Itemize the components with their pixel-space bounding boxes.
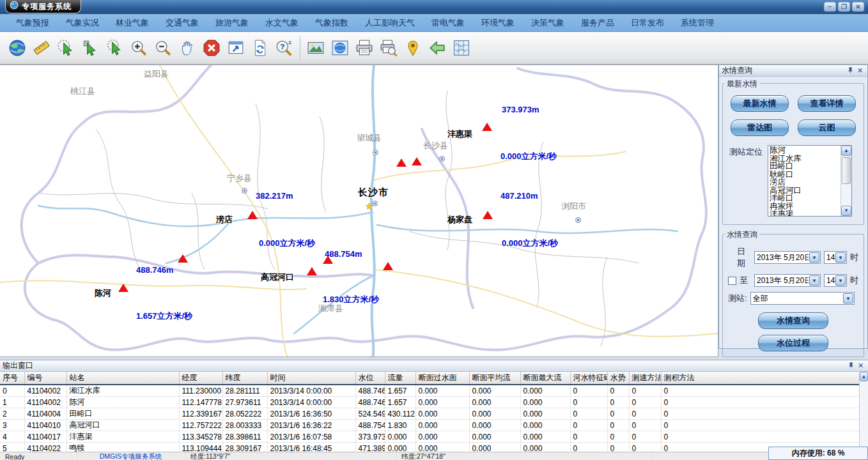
to-checkbox[interactable] — [728, 277, 736, 285]
latest-water-button-3[interactable]: 雷达图 — [731, 119, 789, 136]
pan-hand-icon[interactable] — [175, 35, 199, 61]
select-box-icon[interactable] — [78, 35, 102, 61]
station-marker-icon[interactable] — [482, 123, 492, 131]
menu-item-11[interactable]: 决策气象 — [523, 15, 573, 31]
date-to-combo[interactable]: 2013年 5月20日 ▼ — [754, 274, 821, 287]
table-header-cell[interactable]: 断面平均流 — [469, 372, 520, 385]
station-marker-icon[interactable] — [383, 262, 393, 270]
chevron-down-icon[interactable]: ▼ — [843, 293, 853, 303]
scroll-down-icon[interactable]: ▼ — [841, 206, 851, 216]
station-list-item[interactable]: 陈河 — [770, 146, 839, 155]
close-button[interactable]: ✕ — [852, 2, 864, 12]
table-header-cell[interactable]: 断面过水面 — [415, 372, 469, 385]
station-marker-icon[interactable] — [247, 211, 258, 219]
table-row[interactable]: 041104002湘江水库111.23000028.2811112013/3/1… — [0, 385, 860, 397]
table-header-cell[interactable]: 流量 — [385, 372, 415, 385]
scroll-up-icon[interactable]: ▲ — [860, 372, 868, 381]
station-listbox[interactable]: 陈河湘江水库田峪口耿峪口涝店高冠河口沣峪口冉家坪沣惠渠 ▲ ▼ — [768, 145, 852, 217]
minimize-button[interactable]: − — [824, 2, 836, 12]
station-list-item[interactable]: 涝店 — [770, 178, 839, 187]
map-view[interactable]: 益阳县桃江县宁乡县望城县长沙县浏阳市湘潭县沣惠渠涝店陈河高冠河口杨家盘373.9… — [0, 65, 718, 357]
menu-item-8[interactable]: 人工影响天气 — [357, 15, 423, 31]
table-header-cell[interactable]: 测积方法 — [661, 372, 860, 385]
station-marker-icon[interactable] — [307, 267, 317, 275]
print-preview-icon[interactable] — [376, 35, 401, 61]
station-list-item[interactable]: 沣峪口 — [770, 194, 839, 203]
full-extent-icon[interactable] — [224, 35, 248, 61]
table-header-cell[interactable]: 时间 — [267, 372, 355, 385]
station-list-item[interactable]: 田峪口 — [770, 162, 839, 171]
table-header-cell[interactable]: 编号 — [24, 372, 66, 385]
select-lasso-icon[interactable] — [102, 35, 127, 61]
menu-item-7[interactable]: 气象指数 — [307, 15, 357, 31]
station-marker-icon[interactable] — [483, 211, 493, 219]
station-marker-icon[interactable] — [412, 157, 422, 165]
locate-pin-icon[interactable] — [401, 35, 425, 61]
map-window-icon[interactable] — [328, 35, 352, 61]
menu-item-5[interactable]: 旅游气象 — [207, 15, 257, 31]
pin-icon[interactable] — [846, 361, 856, 371]
table-header-cell[interactable]: 序号 — [0, 372, 24, 385]
globe-icon[interactable] — [5, 35, 29, 61]
restore-button[interactable]: ❐ — [838, 2, 850, 12]
station-list-item[interactable]: 沣惠渠 — [770, 210, 839, 216]
table-header-cell[interactable]: 河水特征码 — [570, 372, 607, 385]
menu-item-6[interactable]: 水文气象 — [257, 15, 307, 31]
table-header-cell[interactable]: 测速方法 — [629, 372, 661, 385]
chevron-down-icon[interactable]: ▼ — [809, 275, 819, 286]
table-row[interactable]: 541104022鸣犊113.10944428.3091672013/1/6 1… — [0, 443, 860, 453]
identify-icon[interactable]: ?± — [272, 35, 297, 61]
listbox-scrollbar[interactable]: ▲ ▼ — [841, 146, 851, 216]
menu-item-4[interactable]: 交通气象 — [157, 15, 207, 31]
query-button-1[interactable]: 水情查询 — [758, 312, 828, 329]
station-marker-icon[interactable] — [396, 158, 407, 167]
table-header-cell[interactable]: 断面最大流 — [520, 372, 570, 385]
date-from-combo[interactable]: 2013年 5月20日 ▼ — [754, 251, 821, 264]
menu-item-12[interactable]: 服务产品 — [573, 15, 623, 31]
menu-item-13[interactable]: 日常发布 — [623, 15, 672, 31]
menu-item-10[interactable]: 环境气象 — [473, 15, 523, 31]
query-button-2[interactable]: 水位过程 — [758, 335, 828, 351]
output-table[interactable]: 序号编号站名经度纬度时间水位流量断面过水面断面平均流断面最大流河水特征码水势测速… — [0, 372, 860, 452]
station-marker-icon[interactable] — [323, 256, 333, 264]
table-scrollbar[interactable]: ▲ — [859, 372, 868, 452]
scroll-up-icon[interactable]: ▲ — [841, 146, 851, 156]
hour-to-combo[interactable]: 14 ▼ — [824, 274, 847, 287]
refresh-icon[interactable] — [248, 35, 272, 61]
latest-water-button-1[interactable]: 最新水情 — [731, 95, 789, 112]
table-header-cell[interactable]: 经度 — [179, 372, 222, 385]
hour-from-combo[interactable]: 14 ▼ — [824, 251, 847, 264]
station-select-combo[interactable]: 全部 ▼ — [750, 292, 855, 305]
menu-item-1[interactable]: 气象预报 — [8, 15, 58, 31]
panel-close-icon[interactable]: ✕ — [856, 361, 865, 371]
table-header-cell[interactable]: 水势 — [607, 372, 629, 385]
print-icon[interactable] — [352, 35, 376, 61]
measure-ruler-icon[interactable] — [29, 35, 54, 61]
zoom-out-icon[interactable] — [151, 35, 175, 61]
pin-icon[interactable] — [846, 66, 855, 75]
table-header-cell[interactable]: 纬度 — [222, 372, 267, 385]
menu-item-9[interactable]: 雷电气象 — [423, 15, 473, 31]
station-marker-icon[interactable] — [178, 254, 188, 263]
menu-item-3[interactable]: 林业气象 — [107, 15, 157, 31]
zoom-in-icon[interactable] — [127, 35, 151, 61]
station-marker-icon[interactable] — [118, 284, 128, 292]
latest-water-button-2[interactable]: 查看详情 — [798, 95, 856, 112]
map-grid-icon[interactable] — [449, 35, 474, 61]
chevron-down-icon[interactable]: ▼ — [835, 275, 846, 286]
menu-item-14[interactable]: 系统管理 — [672, 15, 722, 31]
chevron-down-icon[interactable]: ▼ — [809, 252, 819, 263]
table-row[interactable]: 141104002陈河112.14777827.9736112013/3/14 … — [0, 397, 860, 408]
select-point-icon[interactable] — [54, 35, 78, 61]
scroll-thumb[interactable] — [842, 157, 851, 184]
table-row[interactable]: 341104010高冠河口112.75722228.0033332013/1/6… — [0, 420, 860, 431]
chevron-down-icon[interactable]: ▼ — [835, 252, 846, 263]
stop-icon[interactable] — [199, 35, 224, 61]
back-arrow-icon[interactable] — [425, 35, 449, 61]
latest-water-button-4[interactable]: 云图 — [798, 119, 856, 136]
table-row[interactable]: 241104004田峪口112.33916728.0522222013/1/6 … — [0, 408, 860, 420]
menu-item-2[interactable]: 气象实况 — [58, 15, 107, 31]
table-row[interactable]: 441104017沣惠渠113.34527828.3986112013/1/6 … — [0, 431, 860, 443]
table-header-cell[interactable]: 站名 — [66, 372, 179, 385]
panel-close-icon[interactable]: ✕ — [855, 66, 865, 75]
